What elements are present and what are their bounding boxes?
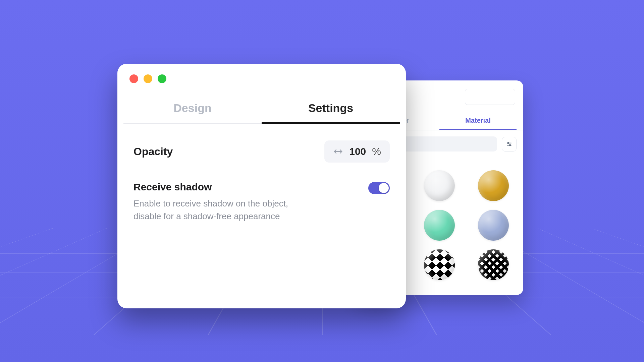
- opacity-value: 100: [349, 146, 366, 157]
- main-tabs: Design Settings: [117, 92, 406, 124]
- swatch-white-knit[interactable]: [424, 170, 455, 201]
- svg-point-4: [508, 142, 509, 143]
- resize-horizontal-icon: [333, 148, 343, 155]
- opacity-input[interactable]: 100 %: [324, 140, 390, 163]
- tab-settings[interactable]: Settings: [262, 92, 400, 124]
- filter-button[interactable]: [502, 137, 517, 152]
- swatch-houndstooth[interactable]: [424, 249, 455, 280]
- receive-shadow-toggle[interactable]: [368, 182, 390, 194]
- settings-panel: Design Settings Opacity 100 % Receive sh…: [117, 64, 406, 308]
- material-topbar-field[interactable]: [465, 89, 515, 105]
- receive-shadow-description: Enable to receive shadow on the object, …: [133, 197, 308, 223]
- sliders-icon: [506, 141, 513, 147]
- receive-shadow-label: Receive shadow: [133, 181, 308, 193]
- toggle-knob: [379, 183, 389, 193]
- window-controls: [117, 64, 406, 92]
- opacity-unit: %: [372, 146, 381, 157]
- window-close[interactable]: [129, 74, 138, 83]
- swatch-mustard[interactable]: [478, 170, 509, 201]
- window-minimize[interactable]: [144, 74, 152, 83]
- window-zoom[interactable]: [158, 74, 166, 83]
- swatch-mint[interactable]: [424, 210, 455, 241]
- svg-point-5: [509, 144, 511, 146]
- tab-design[interactable]: Design: [123, 92, 262, 124]
- opacity-label: Opacity: [133, 145, 173, 158]
- swatch-periwinkle[interactable]: [478, 210, 509, 241]
- tab-material[interactable]: Material: [439, 111, 517, 130]
- swatch-chevron-bw[interactable]: [478, 249, 509, 280]
